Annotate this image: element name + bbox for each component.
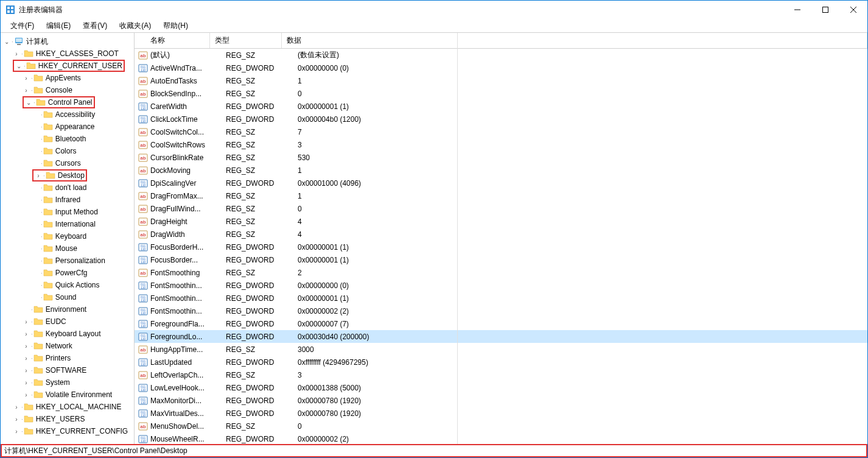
tree-node-desktop[interactable]: ›·Desktop xyxy=(1,169,134,181)
tree-node-powercfg[interactable]: ·PowerCfg xyxy=(1,267,134,279)
col-data-header[interactable]: 数据 xyxy=(282,33,867,48)
tree-node-printers[interactable]: ›·Printers xyxy=(1,352,134,364)
chevron-right-icon[interactable]: › xyxy=(23,367,30,374)
value-name: FocusBorder... xyxy=(150,256,226,264)
tree-node-infrared[interactable]: ·Infrared xyxy=(1,194,134,206)
value-row[interactable]: DragFromMax...REG_SZ1 xyxy=(135,189,867,202)
col-type-header[interactable]: 类型 xyxy=(210,33,282,48)
chevron-right-icon[interactable]: › xyxy=(23,74,30,82)
value-row[interactable]: ClickLockTimeREG_DWORD0x000004b0 (1200) xyxy=(135,113,867,125)
tree-label: Quick Actions xyxy=(55,281,100,289)
value-row[interactable]: FontSmoothin...REG_DWORD0x00000000 (0) xyxy=(135,279,867,292)
value-row[interactable]: AutoEndTasksREG_SZ1 xyxy=(135,74,867,87)
tree-node-bluetooth[interactable]: ·Bluetooth xyxy=(1,133,134,145)
value-row[interactable]: CursorBlinkRateREG_SZ530 xyxy=(135,151,867,164)
tree-node-control_panel[interactable]: ⌄·Control Panel xyxy=(1,96,134,108)
menu-file[interactable]: 文件(F) xyxy=(5,19,39,32)
tree-node-system[interactable]: ›·System xyxy=(1,376,134,389)
chevron-right-icon[interactable]: › xyxy=(35,172,42,179)
value-row[interactable]: DragWidthREG_SZ4 xyxy=(135,228,867,241)
menu-favorites[interactable]: 收藏夹(A) xyxy=(114,19,156,32)
tree-node-input_method[interactable]: ·Input Method xyxy=(1,206,134,218)
value-row[interactable]: CoolSwitchRowsREG_SZ3 xyxy=(135,138,867,151)
menu-help[interactable]: 帮助(H) xyxy=(158,19,193,32)
tree-label: Console xyxy=(46,86,72,94)
chevron-down-icon[interactable]: ⌄ xyxy=(3,38,10,45)
tree-label: System xyxy=(46,378,70,387)
value-row[interactable]: BlockSendInp...REG_SZ0 xyxy=(135,87,867,100)
value-row[interactable]: CaretWidthREG_DWORD0x00000001 (1) xyxy=(135,100,867,113)
tree-node-hkcc[interactable]: ›·HKEY_CURRENT_CONFIG xyxy=(1,425,134,437)
chevron-right-icon[interactable]: › xyxy=(23,318,30,325)
value-row[interactable]: (默认)REG_SZ(数值未设置) xyxy=(135,49,867,62)
chevron-down-icon[interactable]: ⌄ xyxy=(25,99,32,106)
tree-node-console[interactable]: ›·Console xyxy=(1,84,134,96)
tree-node-keyboard[interactable]: ·Keyboard xyxy=(1,230,134,242)
tree-node-eudc[interactable]: ›·EUDC xyxy=(1,315,134,328)
tree-node-software[interactable]: ›·SOFTWARE xyxy=(1,364,134,376)
tree-node-appearance[interactable]: ·Appearance xyxy=(1,121,134,133)
chevron-right-icon[interactable]: › xyxy=(23,391,30,398)
chevron-right-icon[interactable]: › xyxy=(23,354,30,362)
list-body[interactable]: (默认)REG_SZ(数值未设置)ActiveWndTra...REG_DWOR… xyxy=(135,49,867,444)
chevron-right-icon[interactable]: › xyxy=(23,379,30,386)
value-row[interactable]: MaxMonitorDi...REG_DWORD0x00000780 (1920… xyxy=(135,394,867,407)
value-row[interactable]: FontSmoothingREG_SZ2 xyxy=(135,266,867,279)
chevron-right-icon[interactable]: › xyxy=(13,415,20,423)
tree-node-cursors[interactable]: ·Cursors xyxy=(1,157,134,169)
tree-node-volatile_environment[interactable]: ›·Volatile Environment xyxy=(1,389,134,401)
tree-node-keyboard_layout[interactable]: ›·Keyboard Layout xyxy=(1,328,134,340)
value-row[interactable]: MouseWheelR...REG_DWORD0x00000002 (2) xyxy=(135,432,867,444)
col-name-header[interactable]: 名称 xyxy=(135,33,210,48)
value-row[interactable]: DragHeightREG_SZ4 xyxy=(135,215,867,228)
tree-node-dont_load[interactable]: ·don't load xyxy=(1,181,134,194)
value-row[interactable]: CoolSwitchCol...REG_SZ7 xyxy=(135,125,867,138)
tree-node-sound[interactable]: ·Sound xyxy=(1,291,134,303)
chevron-right-icon[interactable]: › xyxy=(13,403,20,410)
menu-edit[interactable]: 编辑(E) xyxy=(41,19,75,32)
tree-node-hku[interactable]: ›·HKEY_USERS xyxy=(1,413,134,425)
chevron-right-icon[interactable]: › xyxy=(23,330,30,337)
value-row[interactable]: FocusBorder...REG_DWORD0x00000001 (1) xyxy=(135,253,867,266)
value-row[interactable]: HungAppTime...REG_SZ3000 xyxy=(135,343,867,356)
value-row[interactable]: FocusBorderH...REG_DWORD0x00000001 (1) xyxy=(135,241,867,253)
value-row[interactable]: LowLevelHook...REG_DWORD0x00001388 (5000… xyxy=(135,381,867,394)
value-row[interactable]: DockMovingREG_SZ1 xyxy=(135,164,867,177)
menu-view[interactable]: 查看(V) xyxy=(78,19,112,32)
tree-node-hklm[interactable]: ›·HKEY_LOCAL_MACHINE xyxy=(1,401,134,413)
tree-node-hkcu[interactable]: ⌄·HKEY_CURRENT_USER xyxy=(1,60,134,72)
tree-node-hkcr[interactable]: ›·HKEY_CLASSES_ROOT xyxy=(1,48,134,60)
value-row[interactable]: LastUpdatedREG_DWORD0xffffffff (42949672… xyxy=(135,356,867,368)
tree-node-accessibility[interactable]: ·Accessibility xyxy=(1,108,134,121)
value-row[interactable]: LeftOverlapCh...REG_SZ3 xyxy=(135,368,867,381)
tree-pane[interactable]: ⌄·计算机›·HKEY_CLASSES_ROOT⌄·HKEY_CURRENT_U… xyxy=(1,33,135,444)
value-row[interactable]: FontSmoothin...REG_DWORD0x00000002 (2) xyxy=(135,305,867,317)
tree-node-appevents[interactable]: ›·AppEvents xyxy=(1,72,134,84)
value-row[interactable]: MenuShowDel...REG_SZ0 xyxy=(135,420,867,432)
tree-node-environment[interactable]: ·Environment xyxy=(1,303,134,315)
chevron-right-icon[interactable]: › xyxy=(23,342,30,350)
minimize-button[interactable] xyxy=(783,1,811,19)
value-row[interactable]: ForegroundLo...REG_DWORD0x00030d40 (2000… xyxy=(135,330,867,343)
chevron-right-icon[interactable]: › xyxy=(23,86,30,94)
tree-node-international[interactable]: ·International xyxy=(1,218,134,230)
tree-node-network[interactable]: ›·Network xyxy=(1,340,134,352)
tree-node-quick_actions[interactable]: ·Quick Actions xyxy=(1,279,134,291)
value-row[interactable]: ForegroundFla...REG_DWORD0x00000007 (7) xyxy=(135,317,867,330)
chevron-down-icon[interactable]: ⌄ xyxy=(15,62,23,69)
close-button[interactable] xyxy=(839,1,867,19)
chevron-right-icon[interactable]: › xyxy=(13,50,20,57)
tree-label: Input Method xyxy=(55,208,98,216)
value-row[interactable]: FontSmoothin...REG_DWORD0x00000001 (1) xyxy=(135,292,867,305)
tree-node-personalization[interactable]: ·Personalization xyxy=(1,255,134,267)
tree-node-mouse[interactable]: ·Mouse xyxy=(1,242,134,255)
tree-label: Personalization xyxy=(55,256,105,265)
chevron-right-icon[interactable]: › xyxy=(13,428,20,435)
maximize-button[interactable] xyxy=(811,1,839,19)
value-row[interactable]: MaxVirtualDes...REG_DWORD0x00000780 (192… xyxy=(135,407,867,420)
value-row[interactable]: ActiveWndTra...REG_DWORD0x00000000 (0) xyxy=(135,62,867,74)
value-row[interactable]: DpiScalingVerREG_DWORD0x00001000 (4096) xyxy=(135,177,867,189)
tree-node-root[interactable]: ⌄·计算机 xyxy=(1,35,134,48)
tree-node-colors[interactable]: ·Colors xyxy=(1,145,134,157)
value-row[interactable]: DragFullWind...REG_SZ0 xyxy=(135,202,867,215)
